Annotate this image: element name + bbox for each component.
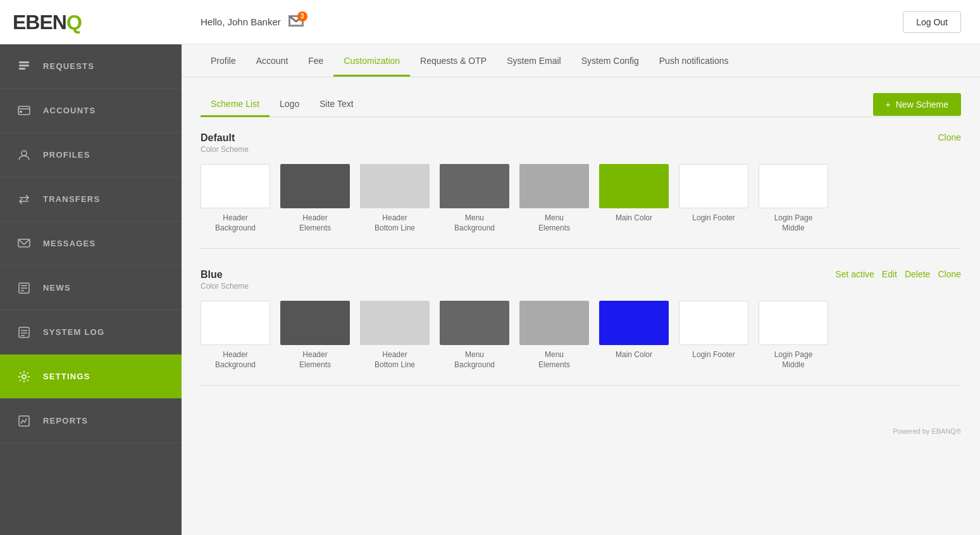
tab-fee[interactable]: Fee bbox=[298, 44, 333, 77]
sidebar-item-label-reports: REPORTS bbox=[43, 416, 88, 425]
scheme-header-default: Default Color Scheme Clone bbox=[201, 132, 961, 154]
greeting: Hello, John Banker bbox=[201, 16, 281, 27]
scheme-info-default: Default Color Scheme bbox=[201, 132, 249, 154]
swatch-box-0-1[interactable] bbox=[280, 164, 350, 208]
sidebar-item-reports[interactable]: REPORTS bbox=[0, 399, 182, 443]
sidebar-item-label-profiles: PROFILES bbox=[43, 150, 90, 160]
swatch-item-0-0: HeaderBackground bbox=[201, 164, 270, 233]
inner-content: Scheme ListLogoSite Text + New Scheme De… bbox=[182, 77, 980, 421]
sub-tab-logo[interactable]: Logo bbox=[270, 92, 309, 117]
topbar-left: Hello, John Banker 3 bbox=[201, 15, 304, 29]
scheme-blue: Blue Color Scheme Set activeEditDeleteCl… bbox=[201, 269, 961, 386]
swatch-label-0-2: HeaderBottom Line bbox=[375, 213, 415, 233]
tab-nav: ProfileAccountFeeCustomizationRequests &… bbox=[182, 44, 980, 77]
settings-icon bbox=[15, 370, 33, 383]
scheme-action-set-active-blue[interactable]: Set active bbox=[835, 269, 874, 279]
tab-system-config[interactable]: System Config bbox=[571, 44, 649, 77]
sidebar-item-label-requests: REQUESTS bbox=[43, 61, 94, 71]
swatch-label-0-4: MenuElements bbox=[538, 213, 570, 233]
sidebar-item-system-log[interactable]: SYSTEM LOG bbox=[0, 310, 182, 355]
sidebar-item-label-system-log: SYSTEM LOG bbox=[43, 327, 104, 337]
messages-icon bbox=[15, 237, 33, 250]
swatch-box-1-6[interactable] bbox=[679, 301, 748, 345]
swatch-box-0-7[interactable] bbox=[759, 164, 828, 208]
scheme-title-default: Default bbox=[201, 132, 249, 144]
sub-tabs: Scheme ListLogoSite Text + New Scheme bbox=[201, 92, 961, 117]
svg-rect-2 bbox=[19, 68, 25, 70]
new-scheme-button[interactable]: + New Scheme bbox=[873, 93, 961, 116]
swatch-label-1-2: HeaderBottom Line bbox=[375, 350, 415, 370]
swatch-box-1-1[interactable] bbox=[280, 301, 350, 345]
sidebar-item-news[interactable]: NEWS bbox=[0, 266, 182, 310]
svg-point-6 bbox=[22, 151, 27, 156]
swatch-label-1-5: Main Color bbox=[616, 350, 652, 360]
swatch-label-0-0: HeaderBackground bbox=[215, 213, 256, 233]
mail-badge: 3 bbox=[297, 11, 307, 22]
scheme-divider-blue bbox=[201, 385, 961, 386]
swatch-box-1-3[interactable] bbox=[440, 301, 509, 345]
new-scheme-label: New Scheme bbox=[896, 99, 948, 110]
svg-rect-5 bbox=[20, 111, 22, 113]
accounts-icon bbox=[15, 104, 33, 117]
sidebar-item-label-accounts: ACCOUNTS bbox=[43, 106, 96, 115]
swatch-label-0-5: Main Color bbox=[616, 213, 652, 223]
swatch-label-1-3: MenuBackground bbox=[454, 350, 495, 370]
news-icon bbox=[15, 282, 33, 294]
logo-green: Q bbox=[66, 11, 82, 34]
sidebar-item-messages[interactable]: MESSAGES bbox=[0, 222, 182, 266]
swatch-item-1-0: HeaderBackground bbox=[201, 301, 270, 370]
swatch-label-1-7: Login PageMiddle bbox=[774, 350, 813, 370]
swatch-box-0-0[interactable] bbox=[201, 164, 270, 208]
scheme-actions-default: Clone bbox=[938, 132, 961, 142]
sidebar-item-profiles[interactable]: PROFILES bbox=[0, 133, 182, 177]
swatches-row-default: HeaderBackground HeaderElements HeaderBo… bbox=[201, 164, 961, 233]
swatch-box-0-3[interactable] bbox=[440, 164, 509, 208]
swatch-item-0-5: Main Color bbox=[599, 164, 669, 233]
tab-profile[interactable]: Profile bbox=[201, 44, 246, 77]
swatch-box-1-0[interactable] bbox=[201, 301, 270, 345]
tab-system-email[interactable]: System Email bbox=[497, 44, 571, 77]
swatch-box-0-2[interactable] bbox=[360, 164, 430, 208]
scheme-action-clone-default[interactable]: Clone bbox=[938, 132, 961, 142]
tab-push-notifications[interactable]: Push notifications bbox=[649, 44, 739, 77]
sidebar-item-label-news: NEWS bbox=[43, 283, 71, 293]
swatch-box-1-2[interactable] bbox=[360, 301, 430, 345]
sub-tabs-left: Scheme ListLogoSite Text bbox=[201, 92, 364, 116]
swatch-box-1-4[interactable] bbox=[519, 301, 589, 345]
systemlog-icon bbox=[15, 326, 33, 339]
topbar: Hello, John Banker 3 Log Out bbox=[182, 0, 980, 44]
sidebar-item-settings[interactable]: SETTINGS bbox=[0, 355, 182, 399]
swatch-item-1-2: HeaderBottom Line bbox=[360, 301, 430, 370]
swatch-box-0-5[interactable] bbox=[599, 164, 669, 208]
tab-customization[interactable]: Customization bbox=[333, 44, 410, 77]
schemes-container: Default Color Scheme Clone HeaderBackgro… bbox=[201, 132, 961, 386]
svg-point-16 bbox=[22, 375, 26, 379]
swatch-box-1-7[interactable] bbox=[759, 301, 828, 345]
svg-rect-0 bbox=[19, 61, 29, 63]
svg-rect-3 bbox=[18, 106, 30, 115]
sidebar-item-transfers[interactable]: TRANSFERS bbox=[0, 177, 182, 222]
scheme-info-blue: Blue Color Scheme bbox=[201, 269, 249, 291]
swatch-item-0-7: Login PageMiddle bbox=[759, 164, 828, 233]
swatch-box-1-5[interactable] bbox=[599, 301, 669, 345]
transfers-icon bbox=[15, 193, 33, 206]
logout-button[interactable]: Log Out bbox=[903, 11, 961, 33]
mail-icon-wrap[interactable]: 3 bbox=[288, 15, 304, 29]
sidebar-item-accounts[interactable]: ACCOUNTS bbox=[0, 89, 182, 133]
tab-requests-otp[interactable]: Requests & OTP bbox=[410, 44, 497, 77]
profiles-icon bbox=[15, 149, 33, 161]
svg-rect-1 bbox=[19, 65, 29, 66]
sub-tab-site-text[interactable]: Site Text bbox=[309, 92, 363, 117]
scheme-action-edit-blue[interactable]: Edit bbox=[882, 269, 897, 279]
requests-icon bbox=[15, 60, 33, 73]
swatch-box-0-6[interactable] bbox=[679, 164, 748, 208]
reports-icon bbox=[15, 415, 33, 427]
swatch-box-0-4[interactable] bbox=[519, 164, 589, 208]
swatch-item-0-3: MenuBackground bbox=[440, 164, 509, 233]
tab-account[interactable]: Account bbox=[246, 44, 299, 77]
sub-tab-scheme-list[interactable]: Scheme List bbox=[201, 92, 270, 117]
swatch-label-0-6: Login Footer bbox=[692, 213, 735, 223]
scheme-action-delete-blue[interactable]: Delete bbox=[905, 269, 930, 279]
scheme-action-clone-blue[interactable]: Clone bbox=[938, 269, 961, 279]
sidebar-item-requests[interactable]: REQUESTS bbox=[0, 44, 182, 89]
